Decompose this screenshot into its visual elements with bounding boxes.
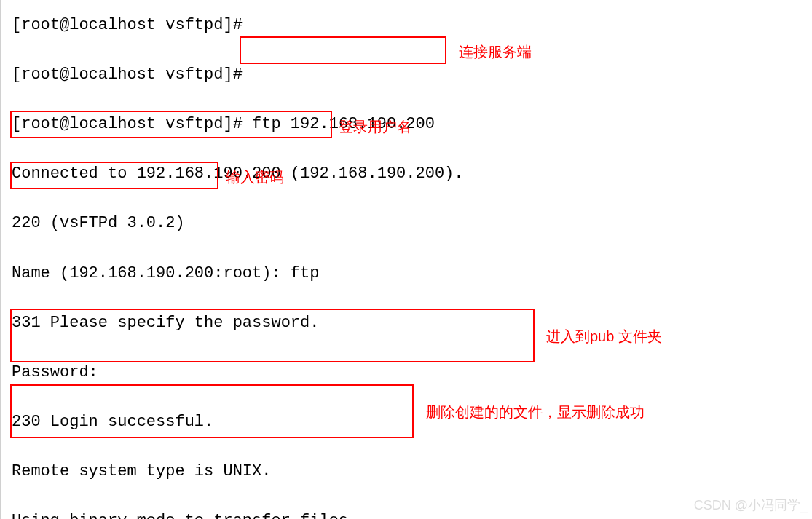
prompt-line: [root@localhost vsftpd]# [12, 63, 812, 87]
password-ask-line: 331 Please specify the password. [12, 311, 812, 336]
login-success-line: 230 Login successful. [12, 410, 812, 435]
annotation-connect: 连接服务端 [459, 41, 532, 63]
annotation-password: 输入密码 [226, 166, 284, 189]
annotation-cdpub: 进入到pub 文件夹 [546, 325, 662, 348]
connected-line: Connected to 192.168.190.200 (192.168.19… [12, 162, 812, 186]
ftp-connect-line: [root@localhost vsftpd]# ftp 192.168.190… [12, 112, 812, 137]
terminal-output: [root@localhost vsftpd]# [root@localhost… [0, 0, 812, 519]
annotation-delete: 删除创建的的文件，显示删除成功 [426, 401, 645, 424]
prompt-text: [root@localhost vsftpd]# [12, 115, 243, 133]
system-type-line: Remote system type is UNIX. [12, 459, 812, 484]
prompt-line: [root@localhost vsftpd]# [12, 13, 812, 38]
watermark: CSDN @小冯同学_ [694, 496, 808, 516]
banner-line: 220 (vsFTPd 3.0.2) [12, 211, 812, 236]
password-prompt-line: Password: [12, 360, 812, 385]
binary-mode-line: Using binary mode to transfer files. [12, 509, 812, 519]
annotation-name: 登录用户名 [339, 116, 411, 138]
name-prompt-line: Name (192.168.190.200:root): ftp [12, 261, 812, 286]
